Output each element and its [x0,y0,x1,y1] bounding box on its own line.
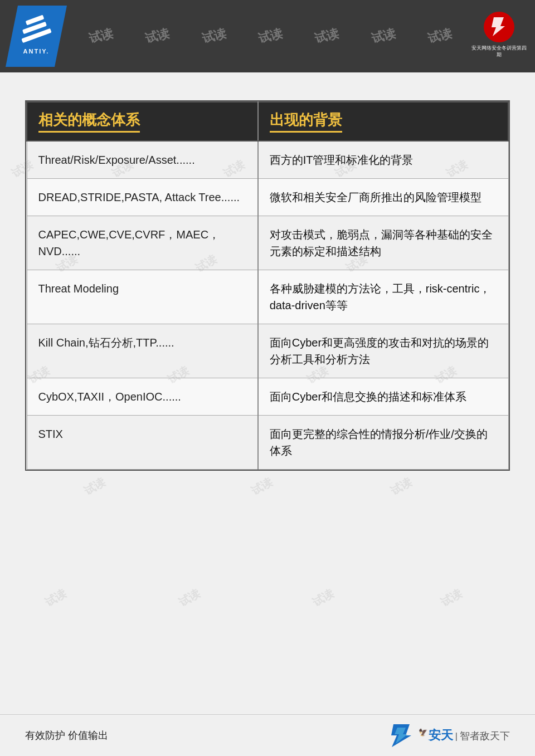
top-right-subtitle: 安天网络安全冬训营第四期 [471,45,527,58]
table-header-row: 相关的概念体系 出现的背景 [27,102,508,141]
table-body: Threat/Risk/Exposure/Asset......西方的IT管理和… [27,141,508,470]
col2-header-text: 出现的背景 [270,110,342,133]
table-cell-left-1: DREAD,STRIDE,PASTA, Attack Tree...... [27,179,258,216]
bw-13: 试读 [81,475,108,499]
table-cell-right-1: 微软和相关安全厂商所推出的风险管理模型 [258,179,508,216]
table-cell-right-5: 面向Cyber和信息交换的描述和标准体系 [258,378,508,416]
col1-header: 相关的概念体系 [27,102,258,141]
table-row: Threat Modeling各种威胁建模的方法论，工具，risk-centri… [27,270,508,324]
watermark-3: 试读 [200,25,227,47]
bw-19: 试读 [438,586,465,610]
top-right-icon [488,16,509,37]
watermark-2: 试读 [143,25,171,47]
top-right-circle [484,12,514,42]
table-cell-left-0: Threat/Risk/Exposure/Asset...... [27,141,258,179]
bw-14: 试读 [249,475,275,499]
footer-logo-icon [389,723,414,748]
header: ANTIY. 试读 试读 试读 试读 试读 试读 试读 安天网络安全冬训营第四期 [0,0,535,72]
bw-16: 试读 [42,586,69,610]
logo-stripes [21,18,52,46]
watermark-6: 试读 [369,25,397,47]
bw-17: 试读 [176,586,203,610]
footer-brand-name: 🦅安天 [419,728,453,743]
logo-box: ANTIY. [6,6,67,67]
table-row: CAPEC,CWE,CVE,CVRF，MAEC，NVD......对攻击模式，脆… [27,216,508,270]
table-cell-right-2: 对攻击模式，脆弱点，漏洞等各种基础的安全元素的标定和描述结构 [258,216,508,270]
watermark-7: 试读 [426,25,454,47]
footer-brand: 🦅安天 | 智者敌天下 [389,723,510,748]
footer-brand-tagline: 智者敌天下 [460,730,510,743]
table-row: Kill Chain,钻石分析,TTP......面向Cyber和更高强度的攻击… [27,324,508,378]
table-cell-right-0: 西方的IT管理和标准化的背景 [258,141,508,179]
header-watermarks: 试读 试读 试读 试读 试读 试读 试读 [0,0,535,72]
svg-marker-0 [492,17,505,36]
logo-inner: ANTIY. [21,18,52,55]
bw-15: 试读 [388,475,415,499]
table-cell-right-6: 面向更完整的综合性的情报分析/作业/交换的体系 [258,416,508,470]
logo-text: ANTIY. [23,48,50,55]
table-row: Threat/Risk/Exposure/Asset......西方的IT管理和… [27,141,508,179]
watermark-4: 试读 [256,25,284,47]
table-cell-right-3: 各种威胁建模的方法论，工具，risk-centric，data-driven等等 [258,270,508,324]
bw-18: 试读 [310,586,337,610]
table-row: CybOX,TAXII，OpenIOC......面向Cyber和信息交换的描述… [27,378,508,416]
main-content: 试读 试读 试读 试读 试读 试读 试读 试读 试读 试读 试读 试读 试读 试… [0,72,535,756]
col1-header-text: 相关的概念体系 [38,110,140,133]
table-row: STIX面向更完整的综合性的情报分析/作业/交换的体系 [27,416,508,470]
top-right-logo: 安天网络安全冬训营第四期 [471,8,527,61]
table-cell-right-4: 面向Cyber和更高强度的攻击和对抗的场景的分析工具和分析方法 [258,324,508,378]
table-cell-left-6: STIX [27,416,258,470]
concept-table: 相关的概念体系 出现的背景 Threat/Risk/Exposure/Asset… [25,100,510,471]
table-cell-left-4: Kill Chain,钻石分析,TTP...... [27,324,258,378]
watermark-5: 试读 [313,25,341,47]
table-row: DREAD,STRIDE,PASTA, Attack Tree......微软和… [27,179,508,216]
table-cell-left-5: CybOX,TAXII，OpenIOC...... [27,378,258,416]
table-cell-left-3: Threat Modeling [27,270,258,324]
footer-tagline: 有效防护 价值输出 [25,729,108,742]
data-table: 相关的概念体系 出现的背景 Threat/Risk/Exposure/Asset… [26,101,509,470]
table-cell-left-2: CAPEC,CWE,CVE,CVRF，MAEC，NVD...... [27,216,258,270]
watermark-1: 试读 [87,25,115,47]
footer: 有效防护 价值输出 🦅安天 | 智者敌天下 [0,714,535,756]
col2-header: 出现的背景 [258,102,508,141]
footer-separator: | [455,731,458,742]
